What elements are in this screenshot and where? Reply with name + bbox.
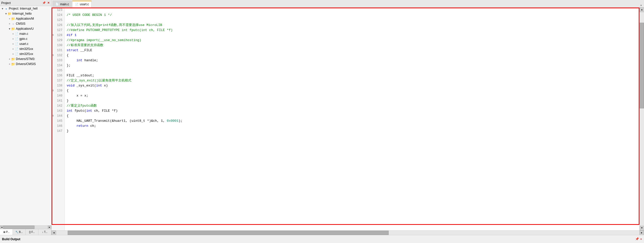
hscroll-track[interactable] <box>4 226 48 229</box>
code-line-130: //标准库需要的支持函数 <box>67 43 639 48</box>
sidebar-tab-p[interactable]: 🖥 P... <box>0 229 13 235</box>
tree-item-main-c[interactable]: + 📄 main.c <box>0 31 51 36</box>
tree-item-gpio-c[interactable]: + 📄 gpio.c <box>0 36 51 41</box>
code-area: 📄 main.c 📄 usart.c ▾ 123 124 125 12 <box>52 0 644 235</box>
editor-inner: 123 124 125 126 127 ⊟128 129 130 131 ⊟13… <box>52 8 639 230</box>
close-sidebar-icon[interactable]: ✕ <box>47 1 50 5</box>
tree-item-stm32f1xx-2[interactable]: + 📄 stm32f1xx <box>0 51 51 56</box>
code-line-126: //加入以下代码,支持printf函数,而不需要选择use MicroLIB <box>67 23 639 28</box>
code-content[interactable]: /* USER CODE BEGIN 1 */ //加入以下代码,支持print… <box>65 8 639 230</box>
application-u-label: Application/U <box>16 27 34 31</box>
project-root-label: Project: Interrupt_hell <box>9 7 37 10</box>
vertical-scrollbar[interactable]: ▲ ▼ <box>639 8 644 230</box>
code-line-139: { <box>67 88 639 93</box>
ln-138: 138 <box>52 83 64 88</box>
horizontal-scrollbar[interactable]: ◀ ▶ <box>52 230 644 235</box>
ln-128: ⊟128 <box>52 33 64 38</box>
pin-icon[interactable]: 📌 <box>42 1 46 5</box>
close-output-icon[interactable]: ✕ <box>640 237 642 241</box>
tab-b-label: B... <box>19 231 23 233</box>
ln-134: 134 <box>52 63 64 68</box>
code-line-134: }; <box>67 63 639 68</box>
scroll-right-btn[interactable]: ▶ <box>639 231 644 235</box>
folder-icon: 📁 <box>8 12 12 16</box>
tree-item-drivers-cmsis[interactable]: + 📁 Drivers/CMSIS <box>0 62 51 67</box>
ln-140: 140 <box>52 93 64 98</box>
expand-icon: + <box>12 48 15 50</box>
file-icon: 📄 <box>15 47 19 51</box>
scroll-left-btn[interactable]: ◀ <box>52 231 56 235</box>
tab-usart-c-icon: 📄 <box>75 3 78 6</box>
line-numbers: 123 124 125 126 127 ⊟128 129 130 131 ⊟13… <box>52 8 65 230</box>
scroll-down-btn[interactable]: ▼ <box>640 226 644 230</box>
sidebar-title: Project <box>1 1 11 5</box>
application-m-label: Application/M <box>16 17 34 20</box>
ln-127: 127 <box>52 28 64 33</box>
vscroll-track[interactable] <box>640 12 644 226</box>
ln-133: 133 <box>52 58 64 63</box>
ln-123: 123 <box>52 8 64 13</box>
tab-controls: ▾ <box>640 4 644 7</box>
sidebar-tab-t[interactable]: ↓ T... <box>38 229 51 235</box>
tree-item-stm32f1xx-1[interactable]: + 📄 stm32f1xx <box>0 46 51 51</box>
ln-135: 135 <box>52 68 64 73</box>
folder-icon: 📁 <box>11 57 15 61</box>
gpio-c-label: gpio.c <box>19 37 27 41</box>
file-c-icon: 📄 <box>15 42 19 46</box>
tab-t-label: ↓ T... <box>42 231 48 233</box>
ln-139: ⊟139 <box>52 88 64 93</box>
fold-139: ⊟ <box>52 88 54 93</box>
folder-icon: 📁 <box>11 27 15 31</box>
vscroll-thumb[interactable] <box>640 23 644 108</box>
scroll-right-btn[interactable]: ▶ <box>48 226 51 229</box>
ln-143: 143 <box>52 108 64 113</box>
tree-item-cmsis[interactable]: + ⬦ CMSIS <box>0 21 51 26</box>
tab-main-c-label: main.c <box>60 3 69 6</box>
scroll-left-btn[interactable]: ◀ <box>0 226 4 229</box>
tree-item-usart-c[interactable]: + 📄 usart.c <box>0 41 51 46</box>
tab-main-c[interactable]: 📄 main.c <box>53 1 72 7</box>
tree-item-application-u[interactable]: ▼ 📁 Application/U <box>0 26 51 31</box>
code-line-127: //#define PUTCHAR_PROTOTYPE int fputc(in… <box>67 28 639 33</box>
file-c-icon: 📄 <box>15 37 19 41</box>
tree-item-project-root[interactable]: ▼ ⬥ Project: Interrupt_hell <box>0 6 51 11</box>
ln-147: 147 <box>52 129 64 134</box>
tree-item-application-m[interactable]: + 📁 Application/M <box>0 16 51 21</box>
tab-bar: 📄 main.c 📄 usart.c ▾ <box>52 0 644 8</box>
pin-output-icon[interactable]: 📌 <box>635 237 639 241</box>
sidebar-tab-b[interactable]: 🔧 B... <box>13 229 26 235</box>
ln-137: 137 <box>52 78 64 83</box>
ln-141: 141 <box>52 98 64 103</box>
cmsis-label: CMSIS <box>16 22 25 25</box>
ln-132: ⊟132 <box>52 53 64 58</box>
expand-icon: ▼ <box>5 12 8 15</box>
code-line-141: } <box>67 98 639 103</box>
project-icon: ⬥ <box>4 7 8 11</box>
sidebar-hscroll[interactable]: ◀ ▶ <box>0 225 51 229</box>
hscroll-track[interactable] <box>56 231 639 235</box>
build-output-bar: Build Output 📌 ✕ <box>0 235 644 243</box>
expand-icon: ▼ <box>1 7 4 10</box>
ln-129: 129 <box>52 38 64 43</box>
tab-p-label: P... <box>6 231 10 233</box>
code-line-129: //#pragma import(__use_no_semihosting) <box>67 38 639 43</box>
code-line-135 <box>67 68 639 73</box>
tab-usart-c[interactable]: 📄 usart.c <box>72 1 92 7</box>
scroll-up-btn[interactable]: ▲ <box>640 8 644 12</box>
gear-icon: ⬦ <box>11 22 15 26</box>
code-line-144: { <box>67 113 639 118</box>
code-line-125 <box>67 18 639 23</box>
hscroll-thumb[interactable] <box>4 226 34 229</box>
tree-item-interrupt-hello[interactable]: ▼ 📁 Interrupt_hello <box>0 11 51 16</box>
sidebar-tab-f[interactable]: {} F... <box>26 229 38 235</box>
project-tree: ▼ ⬥ Project: Interrupt_hell ▼ 📁 Interrup… <box>0 6 51 225</box>
expand-icon: + <box>8 17 11 20</box>
hscroll-thumb[interactable] <box>68 231 388 235</box>
tab-dropdown-btn[interactable]: ▾ <box>640 4 642 7</box>
ln-136: 136 <box>52 73 64 78</box>
code-line-131: struct __FILE <box>67 48 639 53</box>
code-line-145: HAL_UART_Transmit(&huart1, (uint8_t *)&c… <box>67 118 639 124</box>
code-line-124: /* USER CODE BEGIN 1 */ <box>67 13 639 18</box>
ln-144: ⊟144 <box>52 113 64 118</box>
tree-item-drivers-stm3[interactable]: + 📁 Drivers/STM3: <box>0 56 51 62</box>
